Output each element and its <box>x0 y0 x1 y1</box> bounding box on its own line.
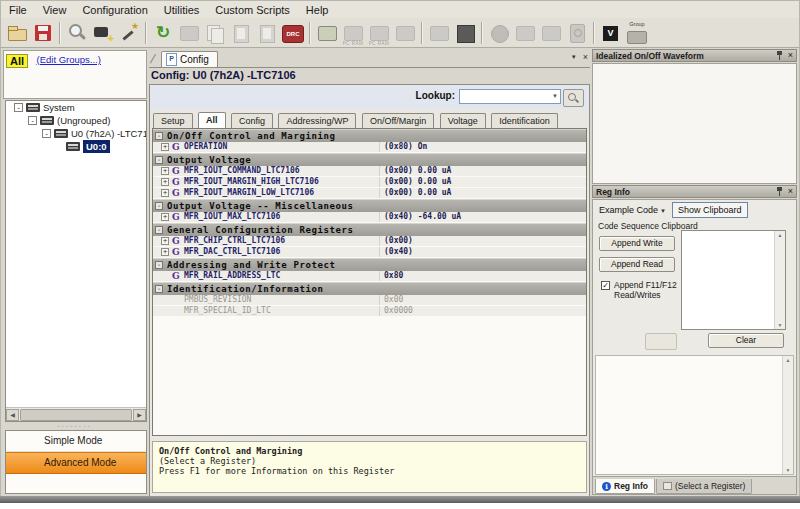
close-document-icon[interactable]: × <box>583 52 588 63</box>
store-nvm-icon[interactable] <box>565 21 589 45</box>
append-read-button[interactable]: Append Read <box>599 257 675 272</box>
group-ops-icon[interactable]: Group <box>625 21 649 45</box>
tab-voltage[interactable]: Voltage <box>440 113 486 128</box>
tab-addressing-wp[interactable]: Addressing/WP <box>278 113 356 128</box>
register-value[interactable]: (0x00) 0.00 uA <box>379 188 586 198</box>
checkbox-checked-icon[interactable]: ✓ <box>601 281 610 290</box>
advanced-mode-button[interactable]: Advanced Mode <box>6 452 146 474</box>
pin-icon[interactable] <box>776 51 783 60</box>
nvm-to-ram-icon[interactable] <box>539 21 563 45</box>
section-header[interactable]: - Addressing and Write Protect <box>153 258 586 271</box>
scroll-up-icon[interactable]: ▲ <box>775 232 785 238</box>
tree-horizontal-scrollbar[interactable]: ◀ ▶ <box>6 407 146 421</box>
chevron-down-icon[interactable]: ▼ <box>552 93 558 99</box>
tab-select-a-register[interactable]: (Select a Register) <box>656 479 752 494</box>
register-value[interactable]: (0x00) 0.00 uA <box>379 166 586 176</box>
edit-groups-link[interactable]: (Edit Groups...) <box>37 54 101 65</box>
wizard-icon[interactable]: ★ <box>117 21 141 45</box>
tab-identification[interactable]: Identification <box>491 113 558 128</box>
register-row[interactable]: + G MFR_DAC_CTRL_LTC7106 (0x40) <box>153 247 586 258</box>
paste-special-icon[interactable] <box>255 21 279 45</box>
expand-icon[interactable]: + <box>161 189 169 197</box>
copy-icon[interactable] <box>203 21 227 45</box>
tab-setup[interactable]: Setup <box>153 113 193 128</box>
clear-button[interactable]: Clear <box>708 333 784 348</box>
scroll-right-icon[interactable]: ▶ <box>133 409 146 421</box>
ram-to-nvm-icon[interactable] <box>513 21 537 45</box>
open-file-icon[interactable] <box>5 21 29 45</box>
scroll-thumb[interactable] <box>20 409 132 421</box>
scroll-up-icon[interactable]: ▲ <box>783 357 793 363</box>
show-clipboard-button[interactable]: Show Clipboard <box>672 202 748 218</box>
reg-info-content[interactable]: ▲ ▼ <box>595 355 794 475</box>
register-value[interactable]: (0x00) 0.00 uA <box>379 177 586 187</box>
menu-configuration[interactable]: Configuration <box>74 2 155 18</box>
clipboard-textarea[interactable]: ▲ ▼ <box>681 230 786 330</box>
go-online-icon[interactable]: ↻ <box>151 21 175 45</box>
find-icon[interactable] <box>65 21 89 45</box>
scroll-left-icon[interactable]: ◀ <box>6 409 19 421</box>
close-icon[interactable]: × <box>788 187 793 196</box>
section-header[interactable]: - Output Voltage <box>153 153 586 166</box>
menu-file[interactable]: File <box>1 2 35 18</box>
section-header[interactable]: - Output Voltage -- Miscellaneous <box>153 199 586 212</box>
tree-item-system[interactable]: - System <box>6 101 146 114</box>
drc-check-icon[interactable]: DRC <box>281 21 305 45</box>
go-offline-icon[interactable] <box>177 21 201 45</box>
section-header[interactable]: - On/Off Control and Margining <box>153 129 586 142</box>
tree-item-ungrouped[interactable]: - (Ungrouped) <box>6 114 146 127</box>
expand-icon[interactable]: + <box>161 143 169 151</box>
append-f11-f12-option[interactable]: ✓ Append F11/F12 Read/Writes <box>601 280 677 300</box>
collapse-icon[interactable]: - <box>155 226 163 234</box>
section-header[interactable]: - Identification/Information <box>153 282 586 295</box>
expand-icon[interactable]: + <box>161 178 169 186</box>
paste-icon[interactable] <box>229 21 253 45</box>
scroll-down-icon[interactable]: ▼ <box>775 322 785 328</box>
tab-config[interactable]: Config <box>231 113 273 128</box>
collapse-icon[interactable]: - <box>155 202 163 210</box>
collapse-icon[interactable]: - <box>155 261 163 269</box>
osd-badge-icon[interactable] <box>487 21 511 45</box>
dock-menu-icon[interactable]: ▼ <box>571 52 577 63</box>
register-row[interactable]: + G MFR_SPECIAL_ID_LTC 0x0000 <box>153 306 586 317</box>
collapse-icon[interactable]: - <box>28 116 37 125</box>
pc-to-ram-icon[interactable]: PC RAM <box>341 21 365 45</box>
register-row[interactable]: + G MFR_IOUT_MARGIN_LOW_LTC7106 (0x00) 0… <box>153 188 586 199</box>
menu-view[interactable]: View <box>35 2 75 18</box>
tab-reg-info[interactable]: i Reg Info <box>595 479 655 494</box>
collapse-icon[interactable]: - <box>42 129 51 138</box>
expand-icon[interactable]: + <box>161 237 169 245</box>
tree-item-device-u0[interactable]: - U0 (7h2A) -LTC7106 <box>6 127 146 140</box>
tab-all[interactable]: All <box>198 112 226 128</box>
collapse-icon[interactable]: - <box>155 132 163 140</box>
register-row[interactable]: + G MFR_IOUT_MAX_LTC7106 (0x40) -64.00 u… <box>153 212 586 223</box>
register-row[interactable]: + G MFR_IOUT_MARGIN_HIGH_LTC7106 (0x00) … <box>153 177 586 188</box>
tab-on-off-margin[interactable]: On/Off/Margin <box>362 113 434 128</box>
append-write-button[interactable]: Append Write <box>599 236 675 251</box>
ram-sync-icon[interactable] <box>393 21 417 45</box>
reg-info-scrollbar[interactable]: ▲ ▼ <box>782 356 793 474</box>
register-value[interactable]: (0x40) <box>379 247 586 257</box>
add-device-icon[interactable]: + <box>91 21 115 45</box>
register-row[interactable]: + G PMBUS_REVISION 0x00 <box>153 295 586 306</box>
collapse-icon[interactable]: - <box>155 156 163 164</box>
register-value[interactable]: (0x00) <box>379 236 586 246</box>
collapse-icon[interactable]: - <box>155 285 163 293</box>
go-config-icon[interactable] <box>315 21 339 45</box>
save-icon[interactable] <box>31 21 55 45</box>
collapse-icon[interactable]: - <box>14 103 23 112</box>
pin-icon[interactable] <box>776 187 783 196</box>
lookup-search-button[interactable] <box>563 89 584 107</box>
verify-icon[interactable]: V <box>599 21 623 45</box>
expand-icon[interactable]: + <box>161 213 169 221</box>
expand-icon[interactable]: + <box>161 167 169 175</box>
ram-to-pc-icon[interactable]: PC RAM <box>367 21 391 45</box>
dac-chip-icon[interactable] <box>453 21 477 45</box>
scroll-down-icon[interactable]: ▼ <box>783 467 793 473</box>
config-chip-icon[interactable] <box>427 21 451 45</box>
lookup-combobox[interactable]: ▼ <box>459 89 561 104</box>
tab-config-document[interactable]: P Config <box>161 51 218 67</box>
register-value[interactable]: (0x80) On <box>379 142 586 152</box>
register-value[interactable]: 0x80 <box>379 271 586 281</box>
filter-all-badge[interactable]: All <box>6 54 28 68</box>
